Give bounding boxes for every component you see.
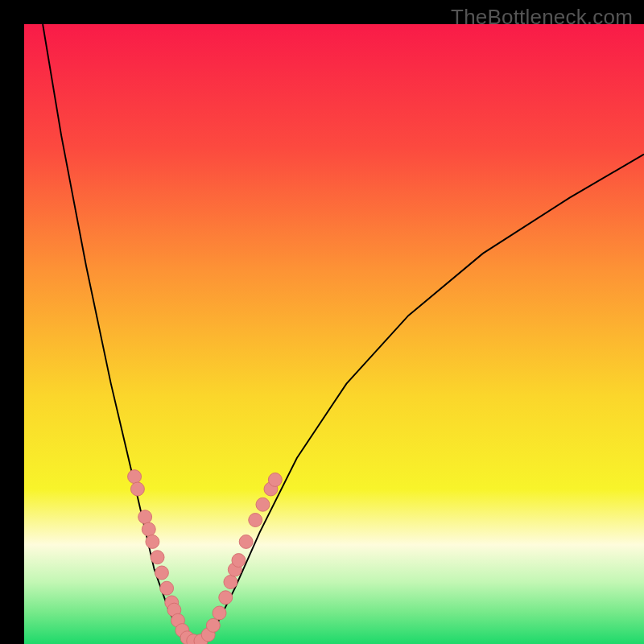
highlight-dot bbox=[219, 591, 233, 605]
dots-layer bbox=[24, 24, 644, 644]
highlight-dot bbox=[224, 576, 237, 589]
highlight-dot bbox=[249, 514, 262, 527]
highlight-dot bbox=[213, 606, 226, 620]
highlight-dot bbox=[239, 535, 253, 548]
plot-area bbox=[24, 24, 644, 644]
highlight-dot bbox=[155, 566, 168, 580]
highlight-dot bbox=[128, 470, 142, 484]
highlight-dot bbox=[142, 522, 155, 536]
highlight-dot bbox=[256, 497, 270, 511]
highlight-dot bbox=[232, 554, 246, 568]
chart-stage: TheBottleneck.com bbox=[0, 0, 644, 644]
highlight-dot bbox=[151, 551, 164, 564]
highlight-dot bbox=[268, 473, 282, 486]
highlight-dot bbox=[138, 510, 152, 524]
highlight-dot bbox=[146, 535, 159, 548]
highlight-dot bbox=[130, 482, 144, 496]
highlight-dot bbox=[206, 618, 220, 632]
highlight-dot bbox=[160, 581, 174, 595]
watermark-text: TheBottleneck.com bbox=[451, 5, 633, 30]
